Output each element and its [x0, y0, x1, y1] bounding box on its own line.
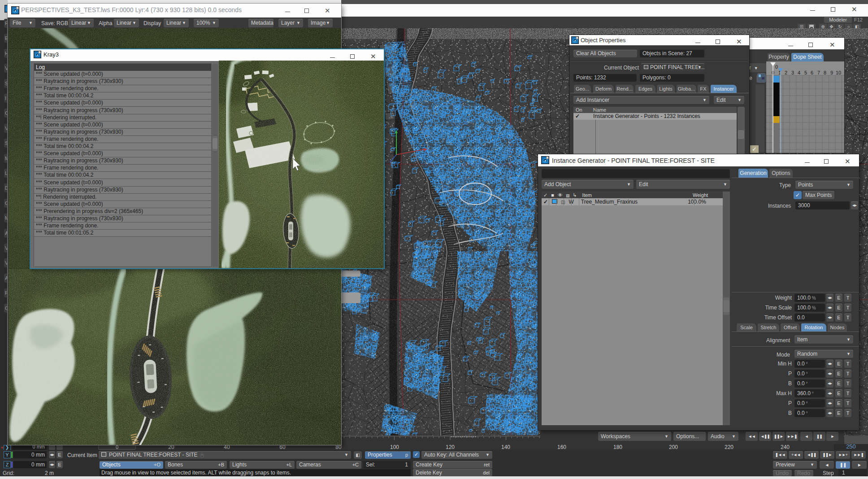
svg-text:5: 5 — [804, 70, 807, 75]
svg-text:9: 9 — [830, 70, 833, 75]
svg-text:100: 100 — [390, 444, 399, 450]
svg-text:220: 220 — [725, 444, 733, 450]
svg-text:2: 2 — [785, 70, 787, 75]
svg-text:7: 7 — [817, 70, 820, 75]
svg-text:8: 8 — [824, 70, 826, 75]
svg-text:4: 4 — [798, 70, 800, 75]
svg-text:180: 180 — [613, 444, 622, 450]
svg-text:10: 10 — [836, 70, 841, 75]
svg-text:120: 120 — [446, 444, 455, 450]
svg-text:200: 200 — [669, 444, 678, 450]
svg-text:240: 240 — [781, 444, 790, 450]
svg-text:160: 160 — [557, 444, 566, 450]
svg-text:6: 6 — [811, 70, 813, 75]
svg-text:3: 3 — [791, 70, 794, 75]
svg-text:0: 0 — [775, 64, 778, 70]
svg-text:140: 140 — [501, 444, 510, 450]
